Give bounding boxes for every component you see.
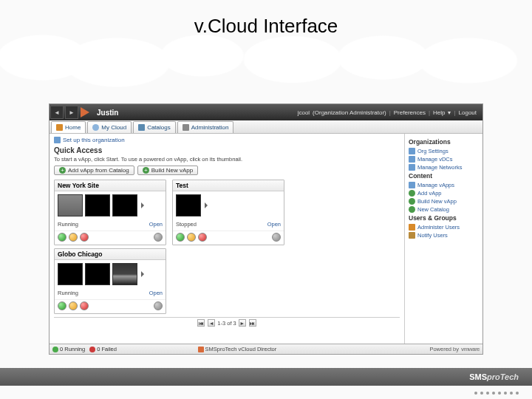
vm-thumbnail[interactable] bbox=[112, 194, 137, 216]
vapp-open-link[interactable]: Open bbox=[267, 221, 281, 228]
topbar: ◄ ► Justin jcool (Organization Administr… bbox=[50, 104, 482, 120]
vmware-logo: vmware bbox=[461, 346, 480, 352]
vapp-stop-button[interactable] bbox=[198, 233, 207, 242]
vapp-card: Test StoppedOpen bbox=[172, 180, 284, 245]
cloud-icon bbox=[92, 124, 99, 131]
pager-first-button[interactable]: ⏮ bbox=[197, 319, 205, 327]
sidebar-notify-users[interactable]: Notify Users bbox=[409, 232, 479, 239]
slide-title: v.Cloud Interface bbox=[0, 15, 532, 38]
setup-org-link[interactable]: Set up this organization bbox=[54, 137, 400, 143]
powered-by: Powered byvmware bbox=[429, 346, 480, 352]
nav-forward-button[interactable]: ► bbox=[65, 106, 78, 119]
vapp-title: Globo Chicago bbox=[55, 249, 166, 260]
scroll-right-icon[interactable] bbox=[141, 271, 144, 277]
sidebar-administer-users[interactable]: Administer Users bbox=[409, 224, 479, 231]
org-wedge-icon bbox=[81, 107, 94, 117]
vapp-settings-button[interactable] bbox=[154, 301, 163, 310]
pager-last-button[interactable]: ⏭ bbox=[249, 319, 256, 327]
vapp-start-button[interactable] bbox=[176, 233, 185, 242]
tasks-running[interactable]: 0 Running bbox=[52, 346, 85, 352]
running-dot-icon bbox=[52, 347, 58, 352]
sidebar-manage-networks[interactable]: Manage Networks bbox=[409, 164, 479, 171]
catalog-icon bbox=[138, 124, 145, 131]
main-panel: Set up this organization Quick Access To… bbox=[50, 134, 404, 344]
sidebar-heading-content: Content bbox=[409, 172, 479, 180]
vapp-card: Globo Chicago RunningOpen bbox=[54, 248, 166, 314]
sidebar: Organizations Org Settings Manage vDCs M… bbox=[404, 134, 482, 344]
product-label: SMSproTech vCloud Director bbox=[198, 346, 277, 352]
vapp-suspend-button[interactable] bbox=[69, 301, 78, 310]
scroll-right-icon[interactable] bbox=[205, 202, 208, 208]
org-name: Justin bbox=[97, 109, 118, 117]
vapp-start-button[interactable] bbox=[58, 233, 66, 242]
pager-text: 1-3 of 3 bbox=[217, 320, 236, 327]
vapp-suspend-button[interactable] bbox=[187, 233, 196, 242]
admin-icon bbox=[183, 124, 189, 131]
pager-next-button[interactable]: ► bbox=[239, 319, 246, 327]
vapp-status: Running bbox=[58, 290, 78, 296]
vm-thumbnail[interactable] bbox=[176, 194, 201, 216]
vapp-start-button[interactable] bbox=[58, 301, 66, 310]
tab-administration[interactable]: Administration bbox=[177, 121, 234, 133]
sidebar-heading-users: Users & Groups bbox=[409, 214, 479, 222]
preferences-link[interactable]: Preferences bbox=[394, 109, 426, 116]
smsprotech-logo: SMSproTech bbox=[469, 372, 519, 381]
vm-thumbnail[interactable] bbox=[85, 263, 110, 285]
tab-catalogs[interactable]: Catalogs bbox=[133, 121, 176, 133]
vm-thumbnail[interactable] bbox=[85, 194, 110, 216]
quick-access-subtitle: To start a vApp, click Start. To use a p… bbox=[54, 156, 400, 163]
failed-dot-icon bbox=[89, 347, 95, 352]
sidebar-new-catalog[interactable]: New Catalog bbox=[409, 206, 479, 213]
vm-thumbnail[interactable] bbox=[58, 263, 83, 285]
vapp-stop-button[interactable] bbox=[80, 233, 89, 242]
vapp-open-link[interactable]: Open bbox=[149, 290, 163, 296]
vapp-settings-button[interactable] bbox=[272, 233, 281, 242]
sidebar-manage-vdcs[interactable]: Manage vDCs bbox=[409, 156, 479, 163]
pager: ⏮ ◄ 1-3 of 3 ► ⏭ bbox=[54, 317, 400, 328]
sidebar-build-new-vapp[interactable]: Build New vApp bbox=[409, 198, 479, 205]
plus-icon: + bbox=[59, 167, 66, 174]
sidebar-org-settings[interactable]: Org Settings bbox=[409, 148, 479, 154]
slide-footer: SMSproTech bbox=[0, 368, 532, 386]
sidebar-add-vapp[interactable]: Add vApp bbox=[409, 190, 479, 197]
vapp-title: New York Site bbox=[55, 180, 166, 191]
pager-prev-button[interactable]: ◄ bbox=[208, 319, 215, 327]
vapp-suspend-button[interactable] bbox=[69, 233, 78, 242]
sidebar-heading-organizations: Organizations bbox=[409, 138, 479, 146]
scroll-right-icon[interactable] bbox=[141, 202, 144, 208]
vapp-open-link[interactable]: Open bbox=[149, 221, 163, 228]
quick-access-heading: Quick Access bbox=[54, 146, 400, 154]
slide-dots bbox=[474, 392, 519, 395]
vapp-settings-button[interactable] bbox=[154, 233, 163, 242]
tasks-failed[interactable]: 0 Failed bbox=[89, 346, 117, 352]
user-role: (Organization Administrator) bbox=[313, 109, 386, 116]
vapp-status: Running bbox=[58, 221, 78, 228]
vapp-status: Stopped bbox=[176, 221, 197, 228]
home-icon bbox=[56, 124, 63, 131]
vcloud-app: ◄ ► Justin jcool (Organization Administr… bbox=[49, 103, 483, 355]
plus-icon: + bbox=[143, 167, 149, 174]
logout-link[interactable]: Logout bbox=[459, 109, 477, 116]
nav-back-button[interactable]: ◄ bbox=[50, 106, 64, 119]
status-bar: 0 Running 0 Failed SMSproTech vCloud Dir… bbox=[50, 344, 482, 354]
tab-home[interactable]: Home bbox=[51, 121, 86, 133]
vm-thumbnail[interactable] bbox=[58, 194, 83, 216]
vapp-card: New York Site RunningOpen bbox=[54, 180, 166, 245]
vapp-stop-button[interactable] bbox=[80, 301, 89, 310]
user-name: jcool bbox=[298, 109, 310, 116]
add-vapp-from-catalog-button[interactable]: +Add vApp from Catalog bbox=[54, 166, 134, 175]
sidebar-manage-vapps[interactable]: Manage vApps bbox=[409, 182, 479, 188]
build-new-vapp-button[interactable]: +Build New vApp bbox=[137, 166, 198, 175]
tab-mycloud[interactable]: My Cloud bbox=[87, 121, 132, 133]
vm-thumbnail[interactable] bbox=[112, 263, 137, 285]
help-link[interactable]: Help bbox=[433, 109, 445, 116]
vapp-title: Test bbox=[173, 180, 284, 191]
main-tabs: Home My Cloud Catalogs Administration bbox=[50, 120, 482, 134]
